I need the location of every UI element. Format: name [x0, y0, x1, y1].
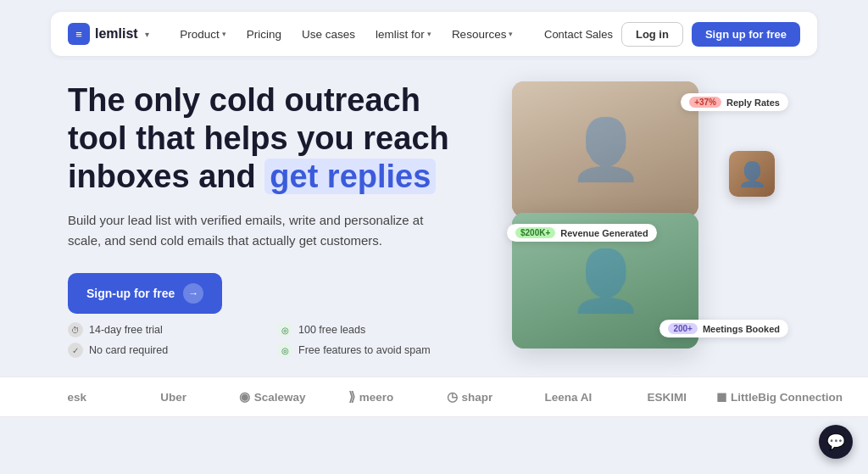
nav-item-pricing[interactable]: Pricing: [247, 28, 281, 41]
hero-left: The only cold outreachtool that helps yo…: [68, 81, 461, 358]
hero-highlight: get replies: [264, 159, 436, 194]
chevron-down-icon: ▾: [427, 30, 431, 38]
cta-row: Sign-up for free →: [68, 273, 461, 314]
logo-uber: Uber: [124, 391, 222, 404]
logo-esk: esk: [25, 391, 124, 404]
chevron-down-icon: ▾: [509, 30, 513, 38]
feature-spam: ◎ Free features to avoid spam: [277, 343, 461, 358]
logo-eskimi: ESKIMI: [618, 391, 716, 404]
cta-button[interactable]: Sign-up for free →: [68, 273, 222, 314]
logo-leena: Leena AI: [519, 391, 617, 404]
person-top: 👤: [512, 81, 698, 217]
chat-icon: 💬: [826, 432, 845, 451]
logo-chevron-icon: ▾: [145, 30, 149, 39]
logo-area: ≡ lemlist ▾: [68, 23, 149, 45]
reply-rate-label: Reply Rates: [726, 98, 780, 108]
nav-item-usecases[interactable]: Use cases: [302, 28, 355, 41]
hero-title: The only cold outreachtool that helps yo…: [68, 81, 461, 195]
revenue-value: $200K+: [515, 227, 555, 238]
logo-littlebig: ◼ LittleBig Connection: [716, 389, 843, 404]
badge-revenue: $200K+ Revenue Generated: [507, 224, 657, 242]
nocard-icon: ✓: [68, 343, 83, 358]
chat-bubble-button[interactable]: 💬: [819, 425, 853, 459]
contact-sales-button[interactable]: Contact Sales: [544, 28, 613, 41]
mini-avatar: 👤: [729, 151, 775, 197]
logo-text: lemlist: [95, 26, 138, 42]
badge-meetings: 200+ Meetings Booked: [659, 320, 788, 337]
nav-item-resources[interactable]: Resources ▾: [452, 28, 514, 41]
nav-item-lemlistfor[interactable]: lemlist for ▾: [376, 28, 431, 41]
feature-trial: ⏱ 14-day free trial: [68, 322, 252, 337]
logo-icon: ≡: [68, 23, 90, 45]
meetings-value: 200+: [668, 323, 698, 334]
feature-leads: ◎ 100 free leads: [277, 322, 461, 337]
chevron-down-icon: ▾: [222, 30, 226, 38]
feature-nocard: ✓ No card required: [68, 343, 252, 358]
revenue-label: Revenue Generated: [560, 228, 648, 238]
spam-icon: ◎: [277, 343, 292, 358]
logo-scaleway: ◉ Scaleway: [223, 389, 321, 404]
hero-section: The only cold outreachtool that helps yo…: [0, 56, 868, 358]
logo-meero: ⟫ meero: [321, 389, 420, 404]
login-button[interactable]: Log in: [621, 22, 683, 47]
badge-reply-rates: +37% Reply Rates: [681, 93, 788, 111]
nav-item-product[interactable]: Product ▾: [180, 28, 226, 41]
meetings-label: Meetings Booked: [703, 324, 780, 334]
video-card-top: 👤: [512, 81, 698, 217]
leads-icon: ◎: [277, 322, 292, 337]
arrow-icon: →: [183, 283, 203, 304]
logos-bar: esk Uber ◉ Scaleway ⟫ meero ◷ shapr Leen…: [0, 376, 868, 417]
trial-icon: ⏱: [68, 322, 83, 337]
features-grid: ⏱ 14-day free trial ◎ 100 free leads ✓ N…: [68, 322, 461, 358]
navbar: ≡ lemlist ▾ Product ▾ Pricing Use cases …: [51, 12, 817, 56]
hero-subtitle: Build your lead list with verified email…: [68, 210, 424, 251]
hero-visual: 👤 👤 👤 +37% Reply Rates $200K+ Revenue Ge…: [495, 81, 800, 353]
signup-nav-button[interactable]: Sign up for free: [692, 22, 800, 47]
nav-right: Contact Sales Log in Sign up for free: [544, 22, 800, 47]
logo-shapr: ◷ shapr: [420, 389, 519, 404]
reply-rate-value: +37%: [689, 97, 721, 108]
nav-center: Product ▾ Pricing Use cases lemlist for …: [180, 28, 513, 41]
